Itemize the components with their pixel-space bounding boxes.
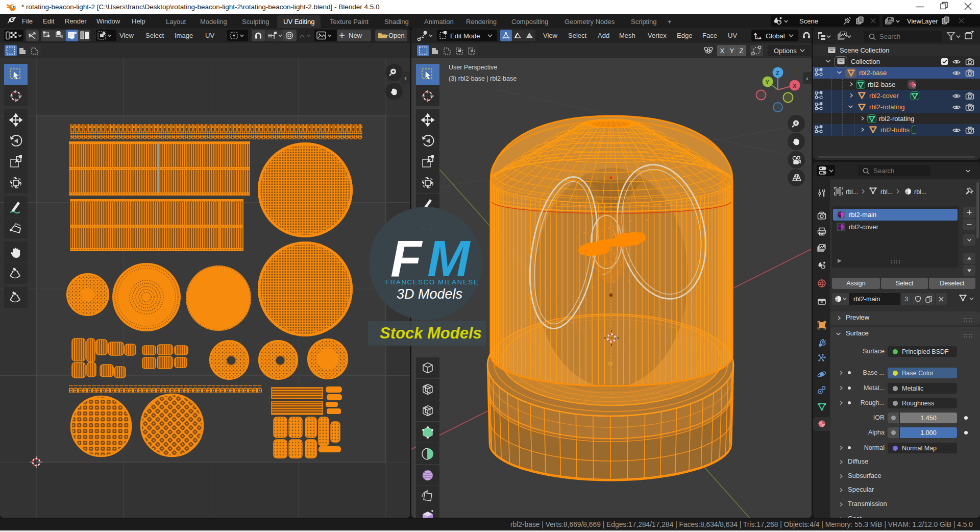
svg-text:Stock Models: Stock Models [380, 324, 482, 342]
svg-text:3D Models: 3D Models [397, 286, 462, 302]
svg-text:Y: Y [730, 47, 734, 55]
svg-text:rbl...: rbl... [846, 188, 858, 196]
svg-text:New: New [349, 32, 362, 39]
svg-text:Search: Search [873, 167, 894, 175]
svg-text:Open: Open [388, 32, 405, 39]
svg-text:Options: Options [774, 47, 797, 55]
svg-text:rbl...: rbl... [914, 188, 926, 196]
svg-text:Search: Search [879, 33, 900, 40]
svg-text:rbl...: rbl... [880, 188, 893, 196]
svg-text:FRANCESCO MILANESE: FRANCESCO MILANESE [385, 278, 479, 286]
svg-text:Z: Z [740, 47, 744, 55]
svg-text:X: X [793, 83, 797, 89]
svg-text:X: X [720, 47, 725, 55]
svg-text:Edit Mode: Edit Mode [450, 32, 480, 40]
svg-text:Z: Z [776, 70, 779, 76]
svg-text:Global: Global [766, 32, 785, 40]
svg-text:Y: Y [766, 79, 770, 85]
